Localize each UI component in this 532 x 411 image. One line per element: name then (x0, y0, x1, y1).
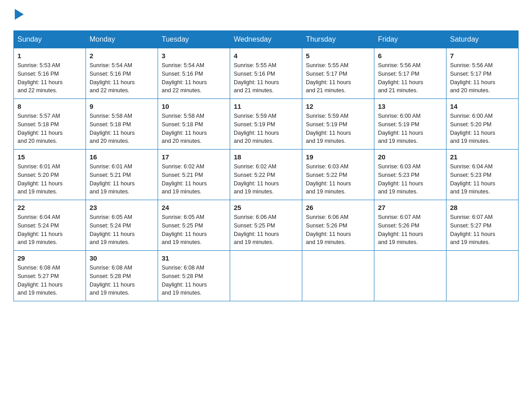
day-number: 15 (17, 153, 82, 161)
calendar-cell: 9Sunrise: 5:58 AMSunset: 5:18 PMDaylight… (86, 99, 158, 150)
day-number: 18 (234, 153, 298, 161)
day-number: 2 (90, 52, 154, 60)
calendar-cell: 7Sunrise: 5:56 AMSunset: 5:17 PMDaylight… (446, 48, 519, 99)
day-number: 9 (90, 103, 154, 110)
calendar-cell: 19Sunrise: 6:03 AMSunset: 5:22 PMDayligh… (302, 150, 374, 200)
day-info: Sunrise: 6:08 AMSunset: 5:28 PMDaylight:… (162, 264, 226, 297)
calendar-cell: 29Sunrise: 6:08 AMSunset: 5:27 PMDayligh… (14, 251, 86, 301)
logo (13, 9, 24, 21)
day-of-week-header: Wednesday (230, 31, 302, 48)
day-number: 27 (378, 204, 442, 211)
calendar-cell: 5Sunrise: 5:55 AMSunset: 5:17 PMDaylight… (302, 48, 374, 99)
calendar-cell: 11Sunrise: 5:59 AMSunset: 5:19 PMDayligh… (230, 99, 302, 150)
calendar-cell: 30Sunrise: 6:08 AMSunset: 5:28 PMDayligh… (86, 251, 158, 301)
day-number: 12 (306, 103, 370, 110)
day-info: Sunrise: 6:02 AMSunset: 5:21 PMDaylight:… (162, 163, 226, 196)
day-number: 20 (378, 153, 442, 161)
calendar-week-row: 8Sunrise: 5:57 AMSunset: 5:18 PMDaylight… (14, 99, 519, 150)
calendar-cell: 3Sunrise: 5:54 AMSunset: 5:16 PMDaylight… (158, 48, 230, 99)
calendar-cell: 10Sunrise: 5:58 AMSunset: 5:18 PMDayligh… (158, 99, 230, 150)
calendar-cell: 28Sunrise: 6:07 AMSunset: 5:27 PMDayligh… (446, 200, 519, 251)
day-info: Sunrise: 5:54 AMSunset: 5:16 PMDaylight:… (162, 61, 226, 95)
calendar-cell (446, 251, 519, 301)
day-info: Sunrise: 6:05 AMSunset: 5:25 PMDaylight:… (162, 213, 226, 247)
logo-triangle-icon (15, 9, 24, 20)
day-info: Sunrise: 6:06 AMSunset: 5:26 PMDaylight:… (306, 213, 370, 247)
calendar-cell: 22Sunrise: 6:04 AMSunset: 5:24 PMDayligh… (14, 200, 86, 251)
day-number: 30 (90, 254, 154, 262)
day-number: 13 (378, 103, 442, 110)
day-info: Sunrise: 5:59 AMSunset: 5:19 PMDaylight:… (234, 112, 298, 146)
day-number: 23 (90, 204, 154, 211)
day-number: 8 (17, 103, 82, 110)
calendar-cell: 24Sunrise: 6:05 AMSunset: 5:25 PMDayligh… (158, 200, 230, 251)
calendar-cell: 2Sunrise: 5:54 AMSunset: 5:16 PMDaylight… (86, 48, 158, 99)
calendar-cell: 17Sunrise: 6:02 AMSunset: 5:21 PMDayligh… (158, 150, 230, 200)
day-number: 7 (450, 52, 515, 60)
day-number: 5 (306, 52, 370, 60)
calendar-cell: 20Sunrise: 6:03 AMSunset: 5:23 PMDayligh… (374, 150, 446, 200)
day-number: 29 (17, 254, 82, 262)
day-number: 3 (162, 52, 226, 60)
calendar-cell (374, 251, 446, 301)
day-info: Sunrise: 6:07 AMSunset: 5:27 PMDaylight:… (450, 213, 515, 247)
calendar-cell: 23Sunrise: 6:05 AMSunset: 5:24 PMDayligh… (86, 200, 158, 251)
day-of-week-header: Monday (86, 31, 158, 48)
calendar-cell (230, 251, 302, 301)
calendar-week-row: 1Sunrise: 5:53 AMSunset: 5:16 PMDaylight… (14, 48, 519, 99)
day-info: Sunrise: 6:06 AMSunset: 5:25 PMDaylight:… (234, 213, 298, 247)
day-info: Sunrise: 5:56 AMSunset: 5:17 PMDaylight:… (378, 61, 442, 95)
calendar-cell: 26Sunrise: 6:06 AMSunset: 5:26 PMDayligh… (302, 200, 374, 251)
calendar-cell (302, 251, 374, 301)
day-number: 24 (162, 204, 226, 211)
day-of-week-header: Saturday (446, 31, 519, 48)
calendar-week-row: 29Sunrise: 6:08 AMSunset: 5:27 PMDayligh… (14, 251, 519, 301)
day-number: 17 (162, 153, 226, 161)
day-number: 10 (162, 103, 226, 110)
calendar-cell: 21Sunrise: 6:04 AMSunset: 5:23 PMDayligh… (446, 150, 519, 200)
day-number: 11 (234, 103, 298, 110)
day-number: 25 (234, 204, 298, 211)
day-info: Sunrise: 6:00 AMSunset: 5:20 PMDaylight:… (450, 112, 515, 146)
day-info: Sunrise: 6:07 AMSunset: 5:26 PMDaylight:… (378, 213, 442, 247)
day-info: Sunrise: 5:53 AMSunset: 5:16 PMDaylight:… (17, 61, 82, 95)
day-info: Sunrise: 5:58 AMSunset: 5:18 PMDaylight:… (162, 112, 226, 146)
day-info: Sunrise: 6:05 AMSunset: 5:24 PMDaylight:… (90, 213, 154, 247)
calendar-cell: 15Sunrise: 6:01 AMSunset: 5:20 PMDayligh… (14, 150, 86, 200)
calendar-cell: 13Sunrise: 6:00 AMSunset: 5:19 PMDayligh… (374, 99, 446, 150)
calendar-cell: 16Sunrise: 6:01 AMSunset: 5:21 PMDayligh… (86, 150, 158, 200)
calendar-cell: 4Sunrise: 5:55 AMSunset: 5:16 PMDaylight… (230, 48, 302, 99)
calendar-table: SundayMondayTuesdayWednesdayThursdayFrid… (13, 30, 519, 301)
day-info: Sunrise: 5:57 AMSunset: 5:18 PMDaylight:… (17, 112, 82, 146)
day-info: Sunrise: 6:04 AMSunset: 5:24 PMDaylight:… (17, 213, 82, 247)
calendar-cell: 12Sunrise: 5:59 AMSunset: 5:19 PMDayligh… (302, 99, 374, 150)
day-info: Sunrise: 5:58 AMSunset: 5:18 PMDaylight:… (90, 112, 154, 146)
day-of-week-header: Sunday (14, 31, 86, 48)
day-info: Sunrise: 5:59 AMSunset: 5:19 PMDaylight:… (306, 112, 370, 146)
day-number: 28 (450, 204, 515, 211)
calendar-header-row: SundayMondayTuesdayWednesdayThursdayFrid… (14, 31, 519, 48)
day-info: Sunrise: 5:56 AMSunset: 5:17 PMDaylight:… (450, 61, 515, 95)
day-number: 4 (234, 52, 298, 60)
calendar-cell: 31Sunrise: 6:08 AMSunset: 5:28 PMDayligh… (158, 251, 230, 301)
day-number: 16 (90, 153, 154, 161)
calendar-week-row: 22Sunrise: 6:04 AMSunset: 5:24 PMDayligh… (14, 200, 519, 251)
calendar-cell: 25Sunrise: 6:06 AMSunset: 5:25 PMDayligh… (230, 200, 302, 251)
day-info: Sunrise: 6:01 AMSunset: 5:20 PMDaylight:… (17, 163, 82, 196)
calendar-cell: 6Sunrise: 5:56 AMSunset: 5:17 PMDaylight… (374, 48, 446, 99)
day-number: 6 (378, 52, 442, 60)
day-info: Sunrise: 6:03 AMSunset: 5:23 PMDaylight:… (378, 163, 442, 196)
day-info: Sunrise: 6:08 AMSunset: 5:28 PMDaylight:… (90, 264, 154, 297)
day-number: 19 (306, 153, 370, 161)
day-of-week-header: Thursday (302, 31, 374, 48)
day-info: Sunrise: 5:54 AMSunset: 5:16 PMDaylight:… (90, 61, 154, 95)
calendar-cell: 8Sunrise: 5:57 AMSunset: 5:18 PMDaylight… (14, 99, 86, 150)
calendar-cell: 27Sunrise: 6:07 AMSunset: 5:26 PMDayligh… (374, 200, 446, 251)
day-number: 26 (306, 204, 370, 211)
day-number: 1 (17, 52, 82, 60)
day-info: Sunrise: 6:01 AMSunset: 5:21 PMDaylight:… (90, 163, 154, 196)
day-of-week-header: Friday (374, 31, 446, 48)
day-info: Sunrise: 6:04 AMSunset: 5:23 PMDaylight:… (450, 163, 515, 196)
day-info: Sunrise: 5:55 AMSunset: 5:17 PMDaylight:… (306, 61, 370, 95)
page-header (13, 9, 519, 21)
